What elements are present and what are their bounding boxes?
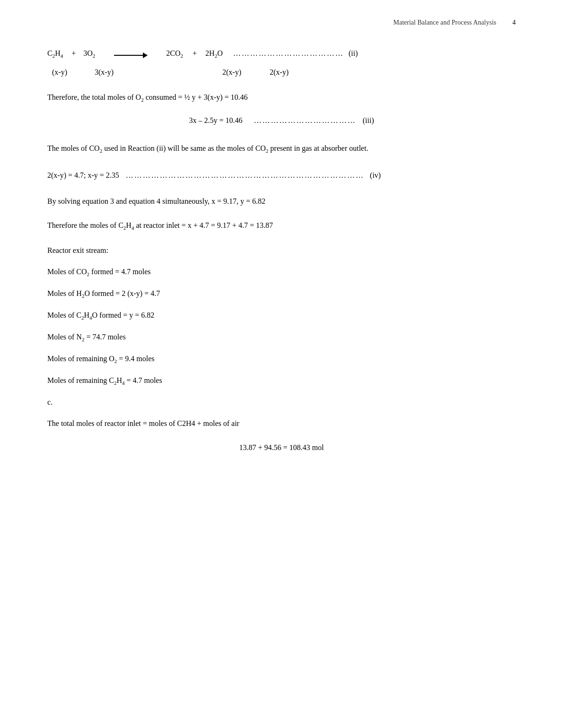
stoich-s2: 3(x-y) bbox=[95, 68, 147, 77]
paragraph-solve: By solving equation 3 and equation 4 sim… bbox=[47, 195, 516, 208]
reaction-ii-reactant2: 3O2 bbox=[83, 49, 95, 59]
page-header: Material Balance and Process Analysis 4 bbox=[47, 19, 516, 30]
stoich-s1: (x-y) bbox=[52, 68, 90, 77]
reaction-ii-dots: ………………………………… bbox=[233, 49, 344, 58]
stoich-ii-row: (x-y) 3(x-y) 2(x-y) 2(x-y) bbox=[47, 68, 516, 77]
moles-c2h4o: Moles of C2H4O formed = y = 6.82 bbox=[47, 309, 516, 323]
stoich-s4: 2(x-y) bbox=[270, 68, 317, 77]
equation-iv-label: (iv) bbox=[370, 171, 381, 179]
reaction-ii-arrow bbox=[114, 55, 147, 56]
moles-n2: Moles of N2 = 74.7 moles bbox=[47, 330, 516, 345]
reaction-ii-plus2: + bbox=[193, 49, 197, 58]
equation-iv-dots: ………………………………………………………………………… bbox=[126, 171, 364, 179]
equation-iii-text: 3x – 2.5y = 10.46 bbox=[189, 116, 242, 124]
reaction-ii-label: (ii) bbox=[349, 49, 358, 58]
moles-co2: Moles of CO2 formed = 4.7 moles bbox=[47, 265, 516, 279]
final-equation: 13.87 + 94.56 = 108.43 mol bbox=[47, 441, 516, 455]
equation-iii-label: (iii) bbox=[363, 116, 374, 124]
paragraph-total: The total moles of reactor inlet = moles… bbox=[47, 417, 516, 430]
moles-h2o: Moles of H2O formed = 2 (x-y) = 4.7 bbox=[47, 287, 516, 301]
paragraph-o2: Therefore, the total moles of O2 consume… bbox=[47, 91, 516, 104]
reaction-ii-reactant1: C2H4 bbox=[47, 49, 63, 59]
reaction-ii-plus1: + bbox=[71, 49, 76, 58]
equation-iv: 2(x-y) = 4.7; x-y = 2.35 ………………………………………… bbox=[47, 169, 516, 182]
reaction-ii-product2: 2H2O bbox=[205, 49, 223, 59]
header-page-number: 4 bbox=[512, 19, 516, 26]
equation-iii-dots: ……………………………… bbox=[254, 116, 356, 124]
page: Material Balance and Process Analysis 4 … bbox=[0, 0, 563, 728]
section-c-label: c. bbox=[47, 396, 516, 408]
reaction-ii-product1: 2CO2 bbox=[166, 49, 183, 59]
moles-remaining-o2: Moles of remaining O2 = 9.4 moles bbox=[47, 352, 516, 366]
reactor-exit-label: Reactor exit stream: bbox=[47, 244, 516, 257]
moles-list: Moles of CO2 formed = 4.7 moles Moles of… bbox=[47, 265, 516, 388]
stoich-s3: 2(x-y) bbox=[222, 68, 270, 77]
moles-remaining-c2h4: Moles of remaining C2H4 = 4.7 moles bbox=[47, 374, 516, 388]
paragraph-c2h4: Therefore the moles of C2H4 at reactor i… bbox=[47, 219, 516, 233]
paragraph-co2: The moles of CO2 used in Reaction (ii) w… bbox=[47, 142, 516, 156]
equation-iv-text: 2(x-y) = 4.7; x-y = 2.35 bbox=[47, 171, 119, 179]
reaction-ii-row: C2H4 + 3O2 2CO2 + 2H2O ………………………………… (ii… bbox=[47, 49, 516, 59]
header-title: Material Balance and Process Analysis bbox=[393, 19, 496, 26]
equation-iii: 3x – 2.5y = 10.46 ……………………………… (iii) bbox=[47, 114, 516, 128]
